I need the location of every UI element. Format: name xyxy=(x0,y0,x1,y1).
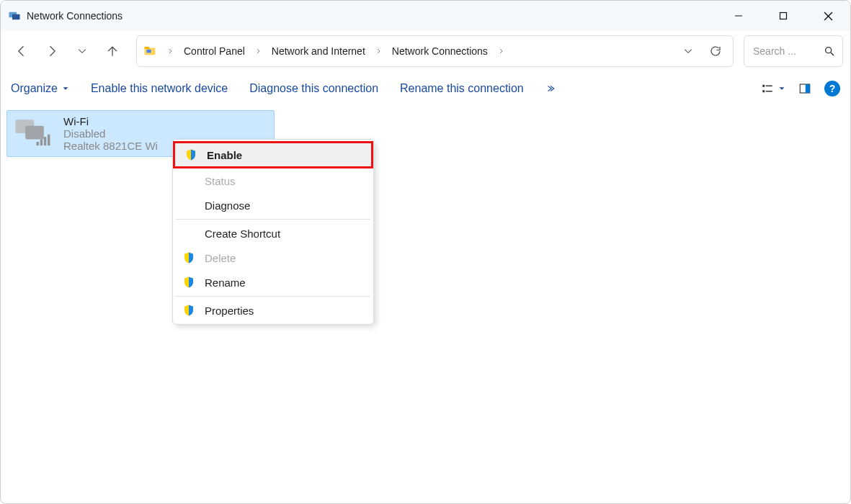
context-status-label: Status xyxy=(205,175,236,187)
back-button[interactable] xyxy=(8,37,35,66)
context-properties[interactable]: Properties xyxy=(173,298,373,323)
svg-rect-22 xyxy=(48,135,50,145)
titlebar: Network Connections xyxy=(1,1,850,31)
view-options-button[interactable] xyxy=(761,82,785,95)
window-title: Network Connections xyxy=(27,10,122,22)
breadcrumb-item[interactable]: Network Connections xyxy=(389,44,491,58)
context-diagnose[interactable]: Diagnose xyxy=(173,193,373,217)
context-enable[interactable]: Enable xyxy=(173,141,373,168)
connection-status: Disabled xyxy=(63,127,158,140)
organize-button[interactable]: Organize xyxy=(11,82,69,95)
rename-connection-label: Rename this connection xyxy=(400,82,524,95)
connection-adapter: Realtek 8821CE Wi xyxy=(63,140,158,152)
address-history-button[interactable] xyxy=(677,40,700,63)
svg-rect-21 xyxy=(44,137,46,145)
context-menu: Enable Status Diagnose Create Shortcut D… xyxy=(172,139,374,325)
context-rename[interactable]: Rename xyxy=(173,270,373,294)
context-delete-label: Delete xyxy=(205,252,236,264)
context-separator xyxy=(176,296,370,297)
svg-rect-16 xyxy=(806,84,810,93)
svg-rect-8 xyxy=(147,50,151,53)
svg-rect-11 xyxy=(762,85,765,87)
network-adapter-icon xyxy=(13,115,56,151)
svg-rect-19 xyxy=(37,142,39,145)
svg-rect-18 xyxy=(25,126,44,140)
window-controls xyxy=(716,1,850,31)
command-bar: Organize Enable this network device Diag… xyxy=(1,71,850,106)
chevron-right-icon[interactable] xyxy=(371,47,386,55)
svg-rect-14 xyxy=(766,91,772,92)
shield-icon xyxy=(182,275,196,289)
network-connections-icon xyxy=(8,9,21,22)
enable-device-label: Enable this network device xyxy=(91,82,228,95)
diagnose-connection-button[interactable]: Diagnose this connection xyxy=(249,82,378,95)
shield-icon xyxy=(184,148,198,162)
context-enable-label: Enable xyxy=(207,149,242,161)
search-box[interactable] xyxy=(744,35,843,67)
svg-line-10 xyxy=(831,53,834,55)
shield-icon xyxy=(182,251,196,265)
svg-rect-13 xyxy=(762,90,765,92)
chevron-right-icon[interactable] xyxy=(494,47,509,55)
folder-icon xyxy=(143,44,157,58)
svg-rect-7 xyxy=(145,47,150,49)
context-create-shortcut[interactable]: Create Shortcut xyxy=(173,221,373,246)
context-status: Status xyxy=(173,168,373,193)
search-input[interactable] xyxy=(752,45,824,58)
rename-connection-button[interactable]: Rename this connection xyxy=(400,82,524,95)
enable-device-button[interactable]: Enable this network device xyxy=(91,82,228,95)
context-diagnose-label: Diagnose xyxy=(205,199,250,212)
commands-overflow-button[interactable] xyxy=(545,84,556,94)
svg-rect-20 xyxy=(40,140,43,146)
recent-locations-button[interactable] xyxy=(68,37,96,66)
chevron-right-icon[interactable] xyxy=(251,47,266,55)
svg-rect-1 xyxy=(12,14,20,20)
up-button[interactable] xyxy=(99,37,126,66)
context-create-shortcut-label: Create Shortcut xyxy=(205,228,280,240)
navigation-bar: Control Panel Network and Internet Netwo… xyxy=(1,31,850,71)
preview-pane-button[interactable] xyxy=(798,82,811,95)
refresh-button[interactable] xyxy=(704,40,727,63)
search-icon[interactable] xyxy=(824,45,835,57)
context-properties-label: Properties xyxy=(205,305,254,317)
close-button[interactable] xyxy=(806,1,850,31)
diagnose-connection-label: Diagnose this connection xyxy=(249,82,378,95)
minimize-button[interactable] xyxy=(716,1,761,31)
context-separator xyxy=(176,219,370,220)
context-rename-label: Rename xyxy=(205,276,246,289)
maximize-button[interactable] xyxy=(761,1,806,31)
help-button[interactable]: ? xyxy=(824,81,840,96)
organize-label: Organize xyxy=(11,82,58,95)
chevron-right-icon[interactable] xyxy=(163,47,178,55)
shield-icon xyxy=(182,303,196,318)
address-bar[interactable]: Control Panel Network and Internet Netwo… xyxy=(136,35,734,67)
content-area: Wi-Fi Disabled Realtek 8821CE Wi Enable … xyxy=(1,106,850,503)
breadcrumb-item[interactable]: Network and Internet xyxy=(269,44,368,58)
connection-name: Wi-Fi xyxy=(63,115,158,127)
svg-rect-12 xyxy=(766,86,772,87)
breadcrumb-item[interactable]: Control Panel xyxy=(181,44,248,58)
forward-button[interactable] xyxy=(38,37,66,66)
context-delete: Delete xyxy=(173,246,373,270)
svg-point-9 xyxy=(826,48,832,53)
svg-rect-3 xyxy=(780,13,787,19)
